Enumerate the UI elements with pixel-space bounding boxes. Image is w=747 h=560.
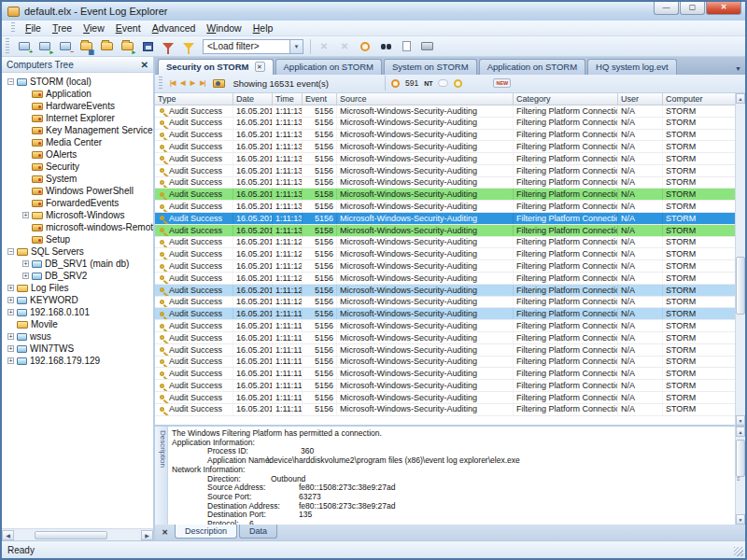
scroll-up-icon[interactable]: ▲ xyxy=(736,93,745,104)
clock-icon[interactable] xyxy=(391,79,400,88)
tree-item-windows-powershell[interactable]: Windows PowerShell xyxy=(2,185,153,197)
tree-expander-icon[interactable]: + xyxy=(22,273,29,279)
refresh-log-icon[interactable]: ▸ xyxy=(118,38,136,55)
table-row[interactable]: Audit Success16.05.20121:11:125156Micros… xyxy=(155,260,745,273)
tree-item-key-management-service[interactable]: Key Management Service xyxy=(2,124,153,136)
tree-expander-icon[interactable]: + xyxy=(7,357,14,364)
tree-item-192-168-0-101[interactable]: +192.168.0.101 xyxy=(2,306,153,318)
clear-filter-icon[interactable] xyxy=(159,38,177,55)
tab-system-on-storm[interactable]: System on STORM xyxy=(384,59,477,75)
tree-item-system[interactable]: System xyxy=(2,173,153,185)
scroll-down-icon[interactable]: ▼ xyxy=(736,415,745,426)
table-row[interactable]: Audit Success16.05.20121:11:135156Micros… xyxy=(155,130,745,142)
prev-event-button[interactable]: ◀ xyxy=(177,79,187,87)
filter-icon[interactable] xyxy=(179,38,198,55)
tree-item-setup[interactable]: Setup xyxy=(2,233,153,245)
tree-item-sql-servers[interactable]: −SQL Servers xyxy=(2,245,153,258)
table-row[interactable]: Audit Success16.05.20121:11:135156Micros… xyxy=(155,165,745,177)
first-event-button[interactable]: |◀ xyxy=(167,79,177,87)
table-row[interactable]: Audit Success16.05.20121:11:135156Micros… xyxy=(155,177,745,189)
bottom-tab-description[interactable]: Description xyxy=(175,525,237,539)
last-event-button[interactable]: ▶| xyxy=(197,79,207,87)
bottom-panel-close-icon[interactable]: ✕ xyxy=(159,526,171,539)
table-row[interactable]: Audit Success16.05.20121:11:115156Micros… xyxy=(155,308,745,320)
grid-vscrollbar[interactable]: ▲ ▼ xyxy=(735,93,745,426)
maximize-button[interactable]: ▢ xyxy=(680,2,705,15)
tree-hscrollbar[interactable]: ◀ ▶ xyxy=(2,528,153,540)
column-header-source[interactable]: Source xyxy=(337,93,514,105)
description-vscrollbar[interactable]: ▲ ≡ ▼ xyxy=(735,427,745,525)
open-folder-icon[interactable] xyxy=(97,38,116,55)
tree-expander-icon[interactable]: + xyxy=(22,212,29,218)
resize-grip[interactable] xyxy=(734,547,743,556)
column-header-event[interactable]: Event xyxy=(303,93,337,105)
menu-item-file[interactable]: File xyxy=(20,21,47,35)
table-row[interactable]: Audit Success16.05.20121:11:115156Micros… xyxy=(155,404,745,416)
tab-hq-system-log-evt[interactable]: HQ system log.evt xyxy=(587,59,677,75)
new-event-icon[interactable]: NEW xyxy=(493,78,511,88)
tree-item-hardwareevents[interactable]: HardwareEvents xyxy=(2,100,153,112)
menu-item-advanced[interactable]: Advanced xyxy=(147,21,202,35)
tree-expander-icon[interactable]: + xyxy=(7,297,14,303)
tree-expander-icon[interactable]: + xyxy=(7,333,14,340)
tree-item-media-center[interactable]: Media Center xyxy=(2,136,153,148)
table-row[interactable]: Audit Success16.05.20121:11:125156Micros… xyxy=(155,237,745,249)
tree-item-application[interactable]: Application xyxy=(2,88,153,100)
table-row[interactable]: Audit Success16.05.20121:11:135158Micros… xyxy=(155,189,745,201)
tree-item-storm-local-[interactable]: −STORM (local) xyxy=(2,76,153,88)
bubble-icon[interactable] xyxy=(438,79,448,87)
table-row[interactable]: Audit Success16.05.20121:11:115156Micros… xyxy=(155,357,745,369)
time-correction-icon[interactable] xyxy=(356,38,374,55)
refresh-view-icon[interactable] xyxy=(397,38,416,55)
tab-security-on-storm[interactable]: Security on STORM✕ xyxy=(158,59,274,75)
column-header-time[interactable]: Time xyxy=(273,93,303,105)
tree-expander-icon[interactable]: + xyxy=(22,260,29,267)
menu-item-view[interactable]: View xyxy=(78,21,110,35)
desc-scroll-up-icon[interactable]: ▲ xyxy=(736,427,745,437)
tree-item-oalerts[interactable]: OAlerts xyxy=(2,148,153,161)
table-row[interactable]: Audit Success16.05.20121:11:125156Micros… xyxy=(155,285,745,297)
column-header-category[interactable]: Category xyxy=(514,93,618,105)
tree-expander-icon[interactable]: + xyxy=(7,285,14,291)
table-row[interactable]: Audit Success16.05.20121:11:135156Micros… xyxy=(155,118,745,130)
column-header-computer[interactable]: Computer xyxy=(663,93,736,105)
desc-vscroll-thumb[interactable] xyxy=(736,440,745,477)
tree-item-wsus[interactable]: +wsus xyxy=(2,330,153,343)
tree-item-forwardedevents[interactable]: ForwardedEvents xyxy=(2,197,153,209)
tab-application-on-storm[interactable]: Application on STORM xyxy=(275,59,382,75)
panel-close-icon[interactable]: ✕ xyxy=(141,60,148,70)
tab-application-on-storm[interactable]: Application on STORM xyxy=(479,59,585,75)
open-log-file-icon[interactable]: ▦ xyxy=(77,38,95,55)
table-row[interactable]: Audit Success16.05.20121:11:125156Micros… xyxy=(155,248,745,260)
tree-item-keyword[interactable]: +KEYWORD xyxy=(2,294,153,306)
column-header-user[interactable]: User xyxy=(618,93,663,105)
tree-item-log-files[interactable]: +Log Files xyxy=(2,282,153,294)
menu-item-tree[interactable]: Tree xyxy=(47,21,78,35)
combo-dropdown-icon[interactable]: ▼ xyxy=(289,40,303,53)
print-icon[interactable] xyxy=(417,38,436,55)
tree-item-db-srv1-main-db-[interactable]: +DB_SRV1 (main db) xyxy=(2,258,153,270)
clock-plus-icon[interactable] xyxy=(454,79,462,88)
title-bar[interactable]: default.elx - Event Log Explorer — ▢ ✕ xyxy=(2,2,745,21)
desc-scroll-down-icon[interactable]: ▼ xyxy=(736,514,745,525)
tab-list-dropdown-icon[interactable]: ▼ xyxy=(735,65,741,72)
table-row[interactable]: Audit Success16.05.20121:11:115156Micros… xyxy=(155,332,745,344)
tree-item-microsoft-windows[interactable]: +Microsoft-Windows xyxy=(2,209,153,221)
table-row[interactable]: Audit Success16.05.20121:11:135156Micros… xyxy=(155,153,745,165)
table-row[interactable]: Audit Success16.05.20121:11:115156Micros… xyxy=(155,392,745,404)
add-log-computer-icon[interactable]: + xyxy=(15,38,34,55)
tree-expander-icon[interactable]: + xyxy=(7,345,14,352)
tree-expander-icon[interactable]: − xyxy=(7,248,14,255)
bottom-tab-data[interactable]: Data xyxy=(239,525,277,539)
table-row[interactable]: Audit Success16.05.20121:11:135158Micros… xyxy=(155,225,745,237)
table-row[interactable]: Audit Success16.05.20121:11:115156Micros… xyxy=(155,368,745,380)
close-button[interactable]: ✕ xyxy=(706,2,741,15)
column-header-date[interactable]: Date xyxy=(233,93,273,105)
menu-item-event[interactable]: Event xyxy=(110,21,147,35)
scroll-left-icon[interactable]: ◀ xyxy=(2,530,14,540)
hscroll-thumb[interactable] xyxy=(35,531,107,539)
tree-expander-icon[interactable]: + xyxy=(7,309,14,315)
table-row[interactable]: Audit Success16.05.20121:11:125156Micros… xyxy=(155,297,745,309)
menu-item-window[interactable]: Window xyxy=(201,21,247,35)
table-row[interactable]: Audit Success16.05.20121:11:135156Micros… xyxy=(155,201,745,213)
